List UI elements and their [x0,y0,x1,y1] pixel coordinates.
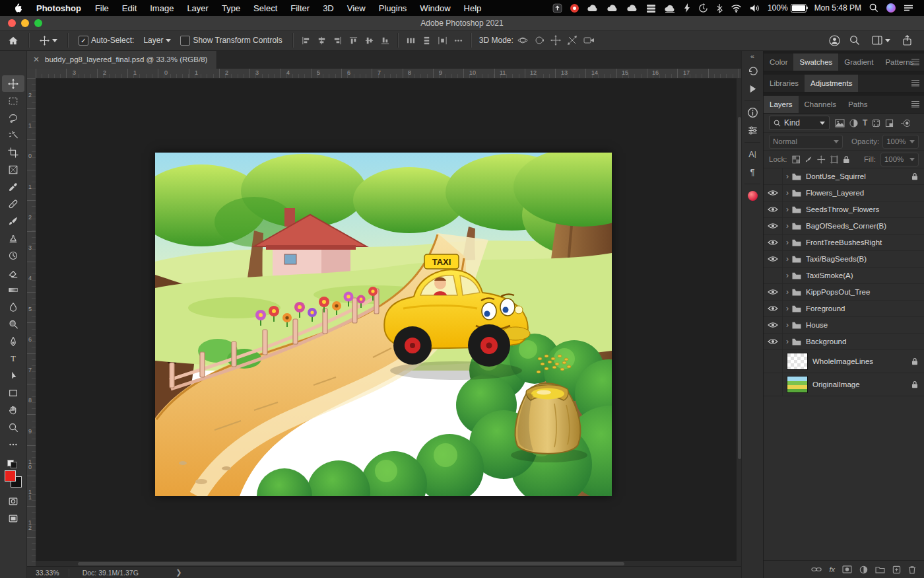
align-bottom-icon[interactable] [380,36,390,46]
visibility-toggle[interactable] [764,251,783,267]
zap-status-icon[interactable] [680,0,694,16]
eraser-tool[interactable] [2,264,24,281]
visibility-toggle[interactable] [764,334,783,349]
layer-row[interactable]: › FrontTreeBushesRight [764,235,924,251]
horizontal-scrollbar-thumb[interactable] [78,562,624,565]
3d-slide-icon[interactable] [567,35,578,46]
blur-tool[interactable] [2,299,24,315]
tab-color[interactable]: Color [764,54,793,71]
lock-all-icon[interactable] [843,155,850,164]
layer-thumbnail[interactable] [787,376,808,393]
layer-name[interactable]: Flowers_Layered [806,189,911,197]
menu-image[interactable]: Image [143,0,180,16]
menu-plugins[interactable]: Plugins [372,0,414,16]
layer-name[interactable]: Background [806,338,911,345]
distribute-h-icon[interactable] [406,36,416,46]
history-panel-icon[interactable] [743,62,762,80]
type-tool[interactable]: T [2,350,24,367]
expand-chevron-icon[interactable]: › [783,172,792,181]
type-layer-filter-icon[interactable]: T [863,118,867,127]
panel-menu-icon[interactable] [911,58,920,65]
layer-mask-icon[interactable] [842,565,852,573]
expand-chevron-icon[interactable]: › [783,205,792,214]
clone-stamp-tool[interactable] [2,230,24,246]
tab-adjustments[interactable]: Adjustments [805,75,858,92]
tab-gradient[interactable]: Gradient [838,54,879,71]
pixel-layer-filter-icon[interactable] [835,119,845,127]
align-middle-icon[interactable] [364,36,374,46]
app-menu-photoshop[interactable]: Photoshop [29,0,88,16]
minimize-window-button[interactable] [21,19,29,27]
expand-chevron-icon[interactable]: › [783,320,792,330]
align-center-h-icon[interactable] [317,36,327,46]
expand-chevron-icon[interactable]: › [783,221,792,231]
apple-menu[interactable] [7,0,29,16]
visibility-toggle[interactable] [764,235,783,250]
move-tool[interactable] [2,75,24,92]
actions-panel-icon[interactable] [743,80,762,98]
align-top-icon[interactable] [348,36,358,46]
eyedropper-tool[interactable] [2,178,24,195]
visibility-toggle[interactable] [764,168,783,184]
visibility-toggle[interactable] [764,373,783,396]
visibility-toggle[interactable] [764,350,783,373]
vertical-ruler[interactable]: 21 01 23 45 67 89 1011 12 [26,78,36,567]
smart-object-filter-icon[interactable] [885,119,894,127]
tab-libraries[interactable]: Libraries [764,75,805,92]
layer-row[interactable]: › Taxi/BagSeeds(B) [764,251,924,268]
document-size-info[interactable]: Doc: 39.1M/1.37G [69,569,148,577]
menu-edit[interactable]: Edit [116,0,143,16]
layer-row[interactable]: WholeImageLines [764,350,924,373]
3d-orbit-icon[interactable] [517,35,528,46]
pen-tool[interactable] [2,333,24,349]
lock-pixels-icon[interactable] [805,155,812,164]
brush-tool[interactable] [2,213,24,229]
3d-pan-icon[interactable] [550,35,561,46]
expand-chevron-icon[interactable]: › [783,254,792,264]
layer-name[interactable]: FrontTreeBushesRight [806,238,911,246]
volume-status-icon[interactable] [746,0,764,16]
character-panel-icon[interactable]: A| [743,145,762,163]
delete-layer-icon[interactable] [908,565,916,574]
tab-paths[interactable]: Paths [842,96,873,113]
default-swap-colors-icon[interactable] [7,458,19,466]
menu-file[interactable]: File [88,0,116,16]
foreground-color-swatch[interactable] [5,470,16,482]
auto-select-checkbox[interactable]: ✓ Auto-Select: [76,34,137,47]
visibility-toggle[interactable] [764,218,783,234]
menu-help[interactable]: Help [457,0,488,16]
expand-panels-icon[interactable]: « [750,50,754,62]
layer-name[interactable]: Foreground [806,305,911,312]
blend-mode-dropdown[interactable]: Normal [769,135,843,149]
visibility-toggle[interactable] [764,268,783,283]
rectangle-tool[interactable] [2,384,24,401]
bluetooth-status-icon[interactable] [712,0,727,16]
menu-type[interactable]: Type [215,0,247,16]
lock-artboard-icon[interactable] [830,155,838,164]
home-button[interactable] [5,34,21,47]
visibility-toggle[interactable] [764,284,783,300]
layer-name[interactable]: KippPopsOut_Tree [806,288,911,296]
layer-row[interactable]: › House [764,317,924,334]
frame-tool[interactable] [2,161,24,178]
fill-dropdown[interactable]: 100% [880,153,919,166]
layer-row[interactable]: › Flowers_Layered [764,185,924,201]
layer-row[interactable]: › Background [764,334,924,350]
properties-panel-icon[interactable] [743,122,762,139]
lasso-tool[interactable] [2,110,24,126]
align-left-icon[interactable] [301,36,311,46]
canvas-area[interactable]: 32 10 12 34 56 78 910 1112 1314 1516 17 … [26,69,742,567]
expand-chevron-icon[interactable]: › [783,271,792,280]
magic-wand-tool[interactable] [2,127,24,143]
control-center-icon[interactable] [900,0,917,16]
menu-view[interactable]: View [341,0,372,16]
visibility-toggle[interactable] [764,317,783,333]
distribute-v-icon[interactable] [422,36,432,46]
info-panel-icon[interactable] [743,104,762,122]
layer-filter-kind-dropdown[interactable]: Kind [769,116,830,130]
cloud-sync-status-icon[interactable] [660,0,680,16]
wifi-status-icon[interactable] [727,0,746,16]
hand-tool[interactable] [2,402,24,418]
edit-toolbar-icon[interactable] [2,436,24,452]
lock-transparency-icon[interactable] [792,155,800,164]
